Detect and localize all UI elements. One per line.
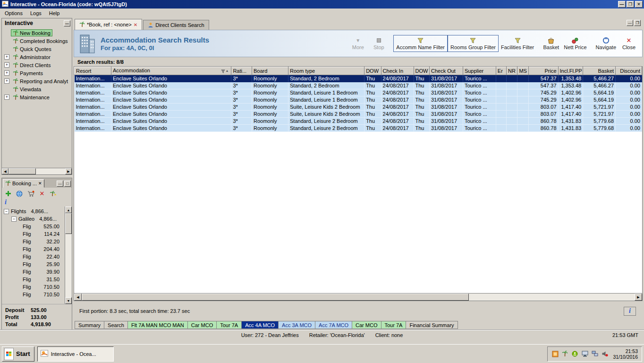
sidebar-item-new-booking[interactable]: New Booking — [2, 29, 72, 37]
scroll-down-icon[interactable]: ▼ — [65, 297, 72, 304]
scroll-right-icon[interactable]: ▶ — [635, 294, 642, 301]
sidebar-item-quick-quotes[interactable]: Quick Quotes — [2, 45, 72, 53]
column-header-check-out[interactable]: Check Out — [429, 67, 463, 75]
bottom-tab-tour-7a[interactable]: Tour 7A — [216, 321, 242, 329]
table-row[interactable]: Internation...Enclave Suites Orlando3*Ro… — [75, 89, 642, 96]
column-header-price[interactable]: Price — [528, 67, 558, 75]
collapse-panel-icon[interactable]: — — [64, 20, 70, 26]
close-tab-icon[interactable]: ✕ — [38, 181, 42, 186]
booking-tree-item[interactable]: Flig22.40 — [2, 253, 65, 260]
navigate-button[interactable]: Navigate — [593, 35, 619, 52]
menu-logs[interactable]: Logs — [26, 9, 45, 17]
column-header-check-in[interactable]: Check In — [381, 67, 414, 75]
taskbar-clock[interactable]: 21:53 31/10/2016 — [613, 348, 638, 360]
booking-tree-item[interactable]: Flig710.50 — [2, 291, 65, 298]
table-row[interactable]: Internation...Enclave Suites Orlando3*Ro… — [75, 125, 642, 132]
booking-tree-item[interactable]: Flig39.90 — [2, 268, 65, 276]
close-button[interactable]: ✕Close — [619, 35, 639, 52]
nett-price-button[interactable]: Nett Price — [561, 35, 589, 52]
expand-plus-icon[interactable]: + — [4, 95, 9, 100]
table-row[interactable]: Internation...Enclave Suites Orlando3*Ro… — [75, 111, 642, 118]
more-button[interactable]: ▼More — [347, 35, 368, 52]
sidebar-item-reporting-and-analyt[interactable]: +Reporting and Analyt — [2, 77, 72, 85]
bottom-tab-car-mco[interactable]: Car MCO — [187, 321, 217, 329]
palm-tray-icon[interactable] — [561, 351, 568, 357]
restore-document-icon[interactable]: ❐ — [634, 20, 641, 26]
start-button[interactable]: Start — [2, 346, 34, 362]
scroll-thumb[interactable] — [82, 294, 469, 301]
table-row[interactable]: Internation...Enclave Suites Orlando3*Ro… — [75, 104, 642, 111]
filter-funnel-icon[interactable] — [221, 69, 225, 74]
sidebar-item-payments[interactable]: +Payments — [2, 69, 72, 77]
chat-icon[interactable] — [571, 351, 578, 357]
bottom-tab-financial-summary[interactable]: Financial Summary — [406, 321, 458, 329]
bottom-tab-acc-3a-mco[interactable]: Acc 3A MCO — [278, 321, 315, 329]
bottom-tab-car-mco[interactable]: Car MCO — [352, 321, 381, 329]
sidebar-item-viewdata[interactable]: Viewdata — [2, 85, 72, 93]
sidebar-item-completed-bookings[interactable]: Completed Bookings — [2, 37, 72, 45]
bottom-tab-acc-7a-mco[interactable]: Acc 7A MCO — [315, 321, 352, 329]
column-header-rati[interactable]: Rati... — [231, 67, 252, 75]
expand-plus-icon[interactable]: + — [4, 78, 9, 84]
network-icon[interactable] — [591, 351, 598, 357]
rooms-group-filter-button[interactable]: Rooms Group Filter — [448, 35, 499, 52]
bottom-tab-tour-7a[interactable]: Tour 7A — [381, 321, 407, 329]
table-row[interactable]: Internation...Enclave Suites Orlando3*Ro… — [75, 82, 642, 89]
column-header-basket[interactable]: Basket — [583, 67, 616, 75]
collapse-minus-icon[interactable]: − — [11, 216, 17, 222]
globe-icon[interactable] — [16, 190, 23, 197]
basket-button[interactable]: Basket — [541, 35, 561, 52]
cart-icon[interactable] — [27, 190, 34, 197]
table-row[interactable]: Internation...Enclave Suites Orlando3*Ro… — [75, 96, 642, 104]
booking-tree-item[interactable]: Flig32.20 — [2, 238, 65, 245]
column-header-dow[interactable]: DOW — [364, 67, 381, 75]
restore-icon[interactable]: ❐ — [627, 1, 634, 8]
info-button[interactable]: i — [624, 307, 636, 316]
booking-tab[interactable]: Booking ... ✕ — [3, 179, 44, 188]
grid-hscrollbar[interactable]: ◀ ▶ — [74, 294, 643, 301]
column-header-discount[interactable]: Discount — [616, 67, 642, 75]
column-header-nr[interactable]: NR — [507, 67, 517, 75]
table-row[interactable]: Internation...Enclave Suites Orlando3*Ro… — [75, 118, 642, 125]
booking-tree-group[interactable]: − Galileo 4,866... — [2, 215, 65, 223]
minimize-panel-icon[interactable]: — — [57, 181, 63, 187]
volume-muted-icon[interactable] — [601, 351, 608, 357]
column-header-resort[interactable]: Resort — [75, 67, 111, 75]
scroll-left-icon[interactable]: ◀ — [2, 168, 8, 174]
scroll-up-icon[interactable]: ▲ — [65, 207, 72, 213]
stop-button[interactable]: Stop — [368, 35, 389, 52]
sidebar-hscrollbar[interactable]: ◀ ▶ — [2, 168, 72, 174]
column-header-ms[interactable]: MS — [517, 67, 528, 75]
sidebar-item-maintenance[interactable]: +Maintenance — [2, 93, 72, 101]
facilities-filter-button[interactable]: Facilities Filter — [499, 35, 536, 52]
collapse-minus-icon[interactable]: − — [4, 209, 9, 214]
booking-vscrollbar[interactable]: ▲ ▼ — [65, 207, 72, 304]
close-icon[interactable]: ✕ — [635, 1, 643, 8]
scroll-thumb[interactable] — [65, 213, 72, 234]
launcher-icon[interactable] — [551, 351, 559, 357]
maximize-panel-icon[interactable]: □ — [64, 181, 71, 187]
display-icon[interactable] — [581, 351, 588, 357]
minimize-icon[interactable]: — — [618, 1, 626, 8]
expand-plus-icon[interactable]: + — [4, 70, 9, 76]
booking-tree-item[interactable]: Flig25.90 — [2, 260, 65, 268]
column-header-er[interactable]: Er — [496, 67, 506, 75]
sidebar-item-administrator[interactable]: +Administrator — [2, 53, 72, 61]
bottom-tab-summary[interactable]: Summary — [75, 321, 104, 329]
column-header-room-type[interactable]: Room type — [288, 67, 364, 75]
accomm-name-filter-button[interactable]: Accomm Name Filter — [393, 35, 448, 52]
scroll-left-icon[interactable]: ◀ — [74, 294, 82, 301]
expand-plus-icon[interactable]: + — [4, 54, 9, 60]
booking-tree-item[interactable]: Flig114.24 — [2, 230, 65, 238]
tab-booking-ref[interactable]: *Book, ref : <none> ✕ — [75, 19, 142, 30]
booking-tree-item[interactable]: Flig204.40 — [2, 245, 65, 253]
table-row[interactable]: Internation...Enclave Suites Orlando3*Ro… — [75, 75, 642, 82]
info-icon[interactable]: i — [5, 199, 7, 206]
close-tab-icon[interactable]: ✕ — [134, 22, 137, 27]
bottom-tab-search[interactable]: Search — [104, 321, 128, 329]
column-header-incl-fl-pp[interactable]: Incl.Fl.PP — [558, 67, 583, 75]
delete-icon[interactable]: ✕ — [38, 190, 46, 197]
menu-options[interactable]: Options — [1, 9, 26, 17]
expand-plus-icon[interactable]: + — [4, 62, 9, 68]
booking-tree-item[interactable]: Flig525.00 — [2, 223, 65, 230]
